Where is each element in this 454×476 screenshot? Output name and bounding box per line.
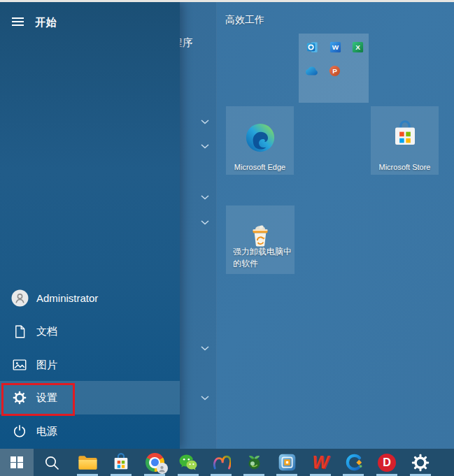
- windows-start-menu-screen: 程序 高效工作 W X P Microsoft Edge Microsoft S…: [0, 0, 454, 476]
- chevron-down-icon[interactable]: [201, 391, 209, 403]
- sidebar-item-administrator[interactable]: Administrator: [0, 281, 180, 315]
- chevron-down-icon[interactable]: [201, 215, 209, 228]
- search-icon: [43, 454, 60, 471]
- taskbar-wechat[interactable]: [171, 449, 205, 476]
- taskbar-vmware[interactable]: [270, 449, 304, 476]
- store-icon: [111, 453, 131, 473]
- onedrive-icon: [304, 66, 320, 79]
- uninstaller-tile[interactable]: 强力卸载电脑中 的软件: [226, 205, 295, 274]
- excel-letter: X: [355, 43, 360, 51]
- sidebar-item-label: 图片: [36, 359, 57, 372]
- sidebar-item-label: 设置: [36, 391, 57, 405]
- sidebar-item-pictures[interactable]: 图片: [0, 348, 180, 382]
- profile-avatar-icon: [157, 463, 168, 474]
- sidebar-item-label: 电源: [36, 425, 57, 438]
- powerpoint-letter: P: [332, 67, 337, 75]
- tile-label-line2: 的软件: [233, 258, 258, 270]
- word-letter: W: [332, 43, 339, 51]
- taskbar-tencent-meeting[interactable]: [336, 449, 370, 476]
- start-button[interactable]: [0, 449, 34, 476]
- taskbar-navicat[interactable]: [204, 449, 238, 476]
- app-list-column: [180, 2, 217, 449]
- taskbar-file-explorer[interactable]: [71, 449, 104, 476]
- d-app-icon: D: [378, 454, 396, 472]
- gear-icon: [411, 454, 430, 472]
- sidebar-item-label: 文档: [36, 325, 57, 338]
- hamburger-menu-button[interactable]: [6, 10, 29, 34]
- navicat-icon: [212, 453, 231, 472]
- excel-icon: X: [351, 41, 364, 57]
- vmware-icon: [278, 453, 297, 472]
- microsoft-edge-tile[interactable]: Microsoft Edge: [226, 106, 294, 175]
- powerpoint-icon: P: [328, 64, 341, 80]
- chevron-down-icon[interactable]: [201, 115, 209, 127]
- windows-logo-icon: [10, 456, 23, 469]
- power-icon: [10, 422, 29, 440]
- office-folder-tile[interactable]: W X P: [299, 34, 369, 103]
- taskbar-settings[interactable]: [404, 449, 437, 476]
- store-icon: [390, 120, 420, 152]
- settings-gear-icon: [10, 389, 29, 407]
- sidebar-item-settings[interactable]: 设置: [0, 381, 180, 414]
- pictures-icon: [10, 356, 29, 374]
- desktop-edge-strip: [0, 0, 454, 2]
- user-avatar-icon: [10, 289, 29, 307]
- taskbar-chrome[interactable]: [138, 449, 171, 476]
- wps-icon: W: [312, 454, 329, 471]
- tencent-meeting-icon: [344, 453, 363, 472]
- edge-icon: [244, 122, 276, 157]
- microsoft-store-tile[interactable]: Microsoft Store: [371, 106, 439, 175]
- taskbar-search-button[interactable]: [35, 449, 69, 476]
- sidebar-item-documents[interactable]: 文档: [0, 315, 180, 348]
- tile-label: Microsoft Store: [371, 163, 439, 171]
- taskbar-d-app[interactable]: D: [370, 449, 404, 476]
- taskbar-microsoft-store[interactable]: [104, 449, 138, 476]
- start-menu-sidebar: 开始 Administrator 文档 图片 设置 电源: [0, 2, 180, 449]
- wechat-icon: [178, 454, 198, 471]
- sidebar-item-power[interactable]: 电源: [0, 414, 180, 448]
- chrome-icon: [146, 453, 164, 472]
- outlook-icon: [306, 41, 319, 57]
- document-icon: [10, 322, 29, 340]
- taskbar-green-app[interactable]: [237, 449, 271, 476]
- word-icon: W: [329, 41, 342, 57]
- hamburger-menu-icon: [12, 15, 24, 28]
- file-explorer-icon: [78, 454, 98, 471]
- green-wreath-icon: [245, 453, 264, 472]
- tile-group-label[interactable]: 高效工作: [225, 14, 264, 27]
- taskbar: W D: [0, 449, 454, 476]
- chevron-down-icon[interactable]: [201, 190, 209, 203]
- tile-label: Microsoft Edge: [226, 163, 294, 171]
- chevron-down-icon[interactable]: [201, 341, 209, 354]
- taskbar-wps[interactable]: W: [304, 449, 337, 476]
- tile-label-line1: 强力卸载电脑中: [233, 246, 292, 258]
- start-menu-title: 开始: [35, 16, 57, 29]
- chevron-down-icon[interactable]: [201, 139, 209, 152]
- sidebar-item-label: Administrator: [36, 292, 98, 304]
